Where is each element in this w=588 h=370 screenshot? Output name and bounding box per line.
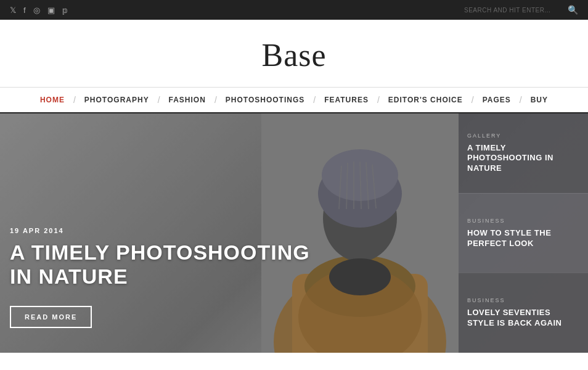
dribbble-icon[interactable]: ◎ <box>33 6 40 15</box>
social-icons: 𝕏 f ◎ ▣ 𝕡 <box>10 6 68 15</box>
nav-item-buy[interactable]: BUY <box>522 96 557 104</box>
nav-item-photoshootings[interactable]: PHOTOSHOOTINGS <box>217 96 313 104</box>
card-2-title: HOW TO STYLE THE PERFECT LOOK <box>467 228 579 249</box>
hero-section: 19 APR 2014 A TIMELY PHOTOSHOOTING IN NA… <box>0 113 588 353</box>
read-more-button[interactable]: READ MORE <box>10 306 92 328</box>
card-3-category: BUSINESS <box>467 297 579 303</box>
main-nav: HOME / PHOTOGRAPHY / FASHION / PHOTOSHOO… <box>0 88 588 113</box>
top-bar: 𝕏 f ◎ ▣ 𝕡 🔍 <box>0 0 588 20</box>
nav-item-editors-choice[interactable]: EDITOR'S CHOICE <box>380 96 472 104</box>
sidebar-card-1[interactable]: GALLERY A TIMELY PHOTOSHOOTING IN NATURE <box>459 113 588 193</box>
card-3-title: LOVELY SEVENTIES STYLE IS BACK AGAIN <box>467 308 579 329</box>
flickr-icon[interactable]: ▣ <box>47 6 55 15</box>
search-bar: 🔍 <box>464 5 578 15</box>
facebook-icon[interactable]: f <box>23 6 26 15</box>
nav-item-pages[interactable]: PAGES <box>474 96 520 104</box>
site-header: Base <box>0 20 588 88</box>
nav-item-photography[interactable]: PHOTOGRAPHY <box>76 96 158 104</box>
sidebar-card-3[interactable]: BUSINESS LOVELY SEVENTIES STYLE IS BACK … <box>459 273 588 353</box>
site-title: Base <box>0 37 588 73</box>
hero-sidebar: GALLERY A TIMELY PHOTOSHOOTING IN NATURE… <box>459 113 588 353</box>
card-1-title: A TIMELY PHOTOSHOOTING IN NATURE <box>467 143 579 175</box>
nav-item-home[interactable]: HOME <box>31 96 73 104</box>
sidebar-card-2[interactable]: BUSINESS HOW TO STYLE THE PERFECT LOOK <box>459 193 588 273</box>
pinterest-icon[interactable]: 𝕡 <box>62 6 68 15</box>
twitter-icon[interactable]: 𝕏 <box>10 6 16 15</box>
search-icon[interactable]: 🔍 <box>568 5 578 15</box>
hero-content: 19 APR 2014 A TIMELY PHOTOSHOOTING IN NA… <box>10 227 310 328</box>
hero-date: 19 APR 2014 <box>10 227 310 234</box>
hero-title: A TIMELY PHOTOSHOOTING IN NATURE <box>10 240 310 289</box>
search-input[interactable] <box>464 6 563 14</box>
nav-item-features[interactable]: FEATURES <box>316 96 377 104</box>
card-2-category: BUSINESS <box>467 218 579 224</box>
card-1-category: GALLERY <box>467 133 579 139</box>
nav-item-fashion[interactable]: FASHION <box>160 96 214 104</box>
